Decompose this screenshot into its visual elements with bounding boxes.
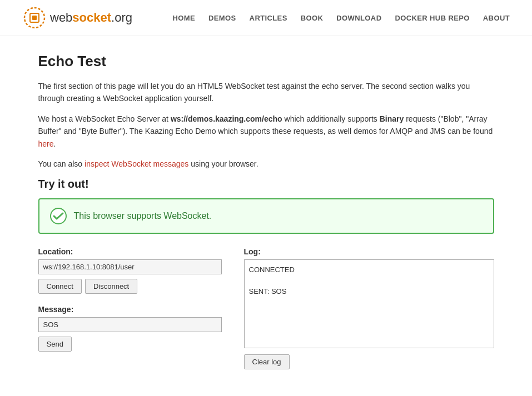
svg-rect-2	[32, 16, 37, 20]
left-panel: Location: Connect Disconnect Message: Se…	[38, 247, 222, 363]
connect-button[interactable]: Connect	[38, 279, 82, 294]
site-header: websocket.org HOME DEMOS ARTICLES BOOK D…	[0, 0, 532, 36]
try-it-title: Try it out!	[38, 178, 494, 191]
message-label: Message:	[38, 305, 222, 314]
right-panel: Log: CONNECTED SENT: SOS Clear log	[244, 247, 494, 369]
location-input[interactable]	[38, 259, 222, 274]
send-button[interactable]: Send	[38, 337, 72, 352]
description-2: We host a WebSocket Echo Server at ws://…	[38, 113, 494, 150]
log-label: Log:	[244, 247, 494, 256]
description-3: You can also inspect WebSocket messages …	[38, 158, 494, 170]
support-banner: This browser supports WebSocket.	[38, 198, 494, 234]
clear-btn-row: Clear log	[244, 354, 494, 369]
nav-about[interactable]: ABOUT	[483, 14, 510, 22]
form-area: Location: Connect Disconnect Message: Se…	[38, 247, 494, 369]
nav-book[interactable]: BOOK	[301, 14, 324, 22]
disconnect-button[interactable]: Disconnect	[85, 279, 137, 294]
nav-demos[interactable]: DEMOS	[208, 14, 236, 22]
connect-btn-row: Connect Disconnect	[38, 279, 222, 294]
location-label: Location:	[38, 247, 222, 256]
logo-text: websocket.org	[50, 11, 132, 25]
logo: websocket.org	[22, 6, 132, 30]
page-title: Echo Test	[38, 53, 494, 70]
inspect-link[interactable]: inspect WebSocket messages	[84, 159, 188, 168]
here-link[interactable]: here	[38, 139, 54, 148]
main-nav: HOME DEMOS ARTICLES BOOK DOWNLOAD DOCKER…	[172, 14, 510, 22]
check-icon	[49, 207, 67, 225]
send-btn-row: Send	[38, 337, 222, 352]
log-textarea[interactable]: CONNECTED SENT: SOS	[244, 259, 494, 348]
main-content: Echo Test The first section of this page…	[16, 53, 516, 369]
nav-articles[interactable]: ARTICLES	[250, 14, 287, 22]
support-banner-text: This browser supports WebSocket.	[74, 211, 212, 221]
message-input[interactable]	[38, 317, 222, 332]
nav-download[interactable]: DOWNLOAD	[336, 14, 381, 22]
clear-log-button[interactable]: Clear log	[244, 354, 290, 369]
svg-point-3	[51, 208, 66, 224]
nav-docker[interactable]: DOCKER HUB REPO	[395, 14, 469, 22]
logo-icon	[22, 6, 47, 30]
description-1: The first section of this page will let …	[38, 80, 494, 105]
nav-home[interactable]: HOME	[172, 14, 195, 22]
